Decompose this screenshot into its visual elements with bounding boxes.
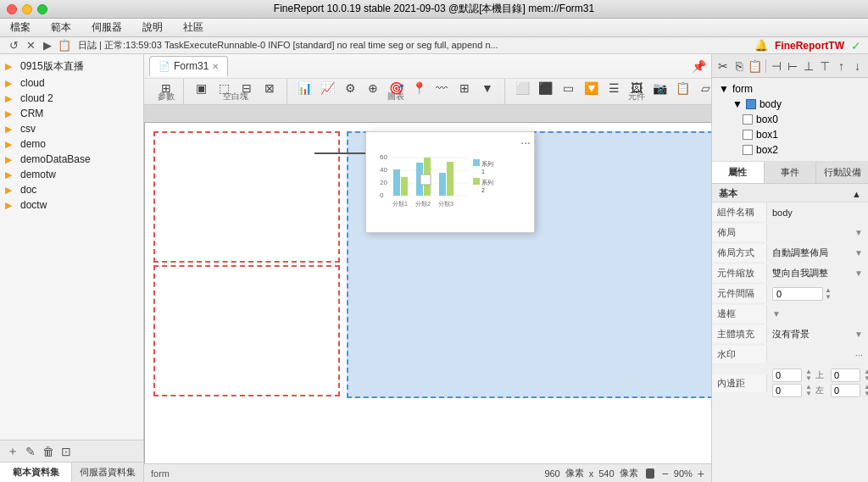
rtree-box1[interactable]: box1 <box>719 127 861 142</box>
right-cut-btn[interactable]: ✂ <box>715 56 730 76</box>
notification-icon[interactable]: 🔔 <box>754 39 768 52</box>
tree-item-demotw[interactable]: ▶ demotw <box>0 167 143 182</box>
pad-top-input[interactable] <box>772 368 802 382</box>
chart-btn2[interactable]: 📈 <box>317 78 337 98</box>
chart-btn1[interactable]: 📊 <box>294 78 314 98</box>
right-align6-btn[interactable]: ↓ <box>850 56 865 76</box>
elem-btn9[interactable]: ▱ <box>695 78 711 98</box>
tree-item-demo[interactable]: ▶ demo <box>0 136 143 152</box>
refresh-item-button[interactable]: ⊡ <box>59 443 73 460</box>
tree-item-0915[interactable]: ▶ 0915版本直播 <box>0 58 143 75</box>
blank-btn1[interactable]: ▣ <box>191 78 211 98</box>
menubar: 檔案 範本 伺服器 說明 社區 <box>0 19 868 37</box>
box-top-left[interactable] <box>153 131 340 263</box>
pad-top-down[interactable]: ▼ <box>805 375 812 382</box>
folder-icon: ▶ <box>5 108 17 119</box>
tab-props[interactable]: 屬性 <box>712 162 765 183</box>
rtree-box0-checkbox[interactable] <box>743 114 753 125</box>
body-fill-dropdown-icon[interactable]: ▼ <box>854 330 863 339</box>
pad-right-down[interactable]: ▼ <box>864 391 868 397</box>
rtree-box2[interactable]: box2 <box>719 142 861 158</box>
canvas-scroll[interactable]: ··· 60 40 20 0 <box>144 105 711 463</box>
tree-item-demodatabase[interactable]: ▶ demoDataBase <box>0 152 143 167</box>
rtree-body-checkbox[interactable] <box>746 99 756 109</box>
blank-btn4[interactable]: ⊠ <box>259 78 280 98</box>
tree-item-cloud2[interactable]: ▶ cloud 2 <box>0 91 143 106</box>
right-align5-btn[interactable]: ↑ <box>834 56 849 76</box>
elem-scale-value[interactable]: 雙向自我調整 ▼ <box>767 264 868 282</box>
menu-community[interactable]: 社區 <box>180 19 207 36</box>
tab-events[interactable]: 事件 <box>765 162 817 183</box>
rtree-form[interactable]: ▼ form <box>719 81 861 97</box>
chart-btn7[interactable]: 〰 <box>431 78 452 98</box>
layout-mode-value[interactable]: 自動調整佈局 ▼ <box>767 244 868 262</box>
edit-item-button[interactable]: ✎ <box>24 443 37 460</box>
chart-expand[interactable]: ▼ <box>477 78 498 98</box>
tab-close-button[interactable]: ✕ <box>212 62 219 71</box>
pin-icon[interactable]: 📌 <box>692 59 706 73</box>
zoom-slider-thumb[interactable] <box>646 468 654 479</box>
right-align1-btn[interactable]: ⊣ <box>770 56 784 76</box>
zoom-plus-btn[interactable]: + <box>698 467 704 480</box>
tab-mobile[interactable]: 行動設備 <box>816 162 868 183</box>
rtree-box0[interactable]: box0 <box>719 112 861 127</box>
right-copy-btn[interactable]: ⎘ <box>732 56 746 76</box>
pad-right-input[interactable] <box>831 384 860 397</box>
elem-gap-down[interactable]: ▼ <box>825 294 832 301</box>
elem-btn7[interactable]: 📷 <box>649 78 670 98</box>
close-button[interactable] <box>7 4 17 14</box>
elem-btn1[interactable]: ⬜ <box>512 78 532 98</box>
layout-mode-dropdown-icon[interactable]: ▼ <box>854 248 863 258</box>
body-fill-value[interactable]: 沒有背景 ▼ <box>767 325 868 343</box>
maximize-button[interactable] <box>37 4 47 14</box>
pad-left-input[interactable] <box>772 384 802 397</box>
stop-icon[interactable]: ✕ <box>24 39 37 53</box>
section-collapse-icon[interactable]: ▲ <box>852 189 861 199</box>
menu-server[interactable]: 伺服器 <box>88 19 125 36</box>
tree-item-doctw[interactable]: ▶ doctw <box>0 197 143 213</box>
menu-file[interactable]: 檔案 <box>7 19 34 36</box>
layout-dropdown-icon[interactable]: ▼ <box>854 228 863 237</box>
right-align3-btn[interactable]: ⊥ <box>802 56 816 76</box>
pad-bottom-down[interactable]: ▼ <box>864 375 868 382</box>
pad-bottom-input[interactable] <box>831 368 860 382</box>
elem-btn5[interactable]: ☰ <box>604 78 624 98</box>
elem-gap-input[interactable] <box>772 287 823 301</box>
elem-btn4[interactable]: 🔽 <box>581 78 601 98</box>
add-item-button[interactable]: ＋ <box>5 442 20 461</box>
chart-btn6[interactable]: 📍 <box>409 78 429 98</box>
watermark-edit-button[interactable]: ··· <box>855 350 863 360</box>
minimize-button[interactable] <box>22 4 32 14</box>
tree-item-doc[interactable]: ▶ doc <box>0 182 143 197</box>
border-dropdown-icon[interactable]: ▼ <box>772 309 781 319</box>
tab-form31[interactable]: 📄 Form31 ✕ <box>149 56 228 76</box>
menu-template[interactable]: 範本 <box>47 19 75 36</box>
right-paste-btn[interactable]: 📋 <box>748 56 762 76</box>
tree-item-cloud[interactable]: ▶ cloud <box>0 75 143 91</box>
elem-btn3[interactable]: ▭ <box>558 78 578 98</box>
chart-btn4[interactable]: ⊕ <box>363 78 383 98</box>
delete-item-button[interactable]: 🗑 <box>41 443 56 460</box>
tab-server-data[interactable]: 伺服器資料集 <box>72 463 143 482</box>
tab-template-data[interactable]: 範本資料集 <box>0 463 72 482</box>
refresh-icon[interactable]: ↺ <box>7 39 20 53</box>
rtree-box2-checkbox[interactable] <box>743 145 753 155</box>
elem-scale-dropdown-icon[interactable]: ▼ <box>854 269 863 278</box>
chart-btn8[interactable]: ⊞ <box>454 78 475 98</box>
elem-btn2[interactable]: ⬛ <box>535 78 555 98</box>
rtree-box1-checkbox[interactable] <box>743 130 753 140</box>
menu-help[interactable]: 說明 <box>139 19 166 36</box>
chart-menu-icon[interactable]: ··· <box>520 136 531 149</box>
elem-btn8[interactable]: 📋 <box>672 78 693 98</box>
right-align2-btn[interactable]: ⊢ <box>786 56 800 76</box>
pad-left-down[interactable]: ▼ <box>805 391 812 397</box>
tree-item-csv[interactable]: ▶ csv <box>0 121 143 136</box>
tree-item-crm[interactable]: ▶ CRM <box>0 106 143 121</box>
right-align4-btn[interactable]: ⊤ <box>818 56 832 76</box>
log-icon[interactable]: 📋 <box>58 39 71 53</box>
chart-btn3[interactable]: ⚙ <box>340 78 360 98</box>
forward-icon[interactable]: ▶ <box>41 39 54 53</box>
rtree-body[interactable]: ▼ body <box>719 97 861 112</box>
zoom-minus-btn[interactable]: − <box>662 467 669 480</box>
box-bottom-left[interactable] <box>153 265 340 396</box>
